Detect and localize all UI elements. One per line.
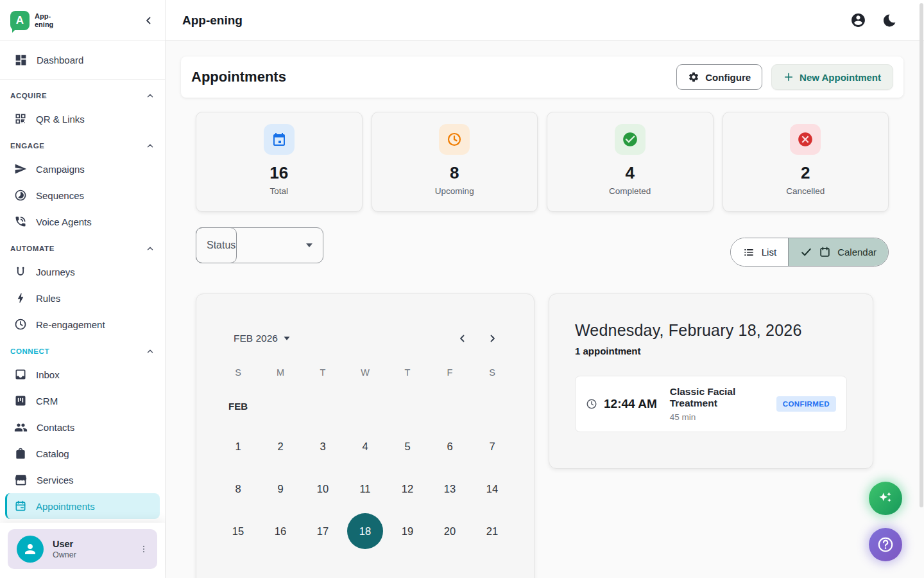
day-cell[interactable]: 7: [471, 425, 513, 468]
day-cell[interactable]: 4: [344, 425, 386, 468]
day-cell[interactable]: 10: [302, 468, 344, 510]
sidebar-item-voice-agents[interactable]: Voice Agents: [5, 209, 160, 234]
brand-logo-icon: A: [10, 11, 30, 30]
section-title: AUTOMATE: [10, 245, 55, 252]
day-cell-selected[interactable]: 18: [344, 510, 386, 552]
month-selector[interactable]: FEB 2026: [234, 333, 290, 344]
day-cell[interactable]: 17: [302, 510, 344, 552]
inner-wrap: 16 Total 8 Upcoming 4 Completed: [181, 112, 903, 578]
empty-cell: [386, 387, 429, 425]
appointment-service: Classic Facial Treatment: [670, 386, 770, 409]
sidebar-item-crm[interactable]: CRM: [5, 388, 160, 414]
ai-assistant-button[interactable]: [869, 482, 902, 515]
dark-mode-moon-icon[interactable]: [882, 13, 897, 28]
sidebar-item-rules[interactable]: Rules: [5, 285, 160, 311]
status-filter-select[interactable]: Status: [196, 227, 323, 263]
sidebar-item-services[interactable]: Services: [5, 467, 160, 493]
empty-cell: [302, 387, 344, 425]
empty-cell: [259, 387, 302, 425]
brand-logo-letter: A: [16, 14, 24, 27]
view-toggle: List Calendar: [730, 238, 889, 267]
day-cell[interactable]: 3: [302, 425, 344, 468]
clock-icon: [447, 132, 462, 147]
user-meta: User Owner: [53, 539, 128, 559]
sidebar-item-contacts[interactable]: Contacts: [5, 414, 160, 440]
scrollbar-thumb[interactable]: [920, 3, 923, 507]
sidebar-item-inbox[interactable]: Inbox: [5, 362, 160, 387]
prev-month-icon[interactable]: [457, 333, 468, 344]
section-header-automate[interactable]: AUTOMATE: [0, 235, 165, 258]
section-header-connect[interactable]: CONNECT: [0, 338, 165, 361]
help-button[interactable]: [869, 528, 902, 561]
day-cell[interactable]: 14: [471, 468, 513, 510]
plus-icon: [783, 72, 794, 82]
day-cell[interactable]: 12: [386, 468, 429, 510]
day-cell[interactable]: 5: [386, 425, 429, 468]
content: Appointments Configure New Appointment: [166, 41, 924, 578]
page-title: Appointments: [191, 69, 286, 85]
chevron-up-icon: [146, 244, 155, 253]
stats-row: 16 Total 8 Upcoming 4 Completed: [196, 112, 889, 212]
day-cell[interactable]: 21: [471, 510, 513, 552]
next-month-icon[interactable]: [486, 333, 498, 344]
day-cell[interactable]: 8: [217, 468, 259, 510]
day-cell[interactable]: 20: [429, 510, 471, 552]
stat-value: 8: [450, 163, 459, 183]
phone-in-talk-icon: [14, 215, 27, 228]
sidebar-item-sequences[interactable]: Sequences: [5, 182, 160, 208]
appointment-info: Classic Facial Treatment 45 min: [670, 386, 770, 422]
brand-name: App- ening: [35, 12, 53, 28]
sidebar-item-dashboard[interactable]: Dashboard: [5, 47, 160, 73]
weekday-header: T: [302, 358, 344, 387]
sidebar-item-appointments[interactable]: Appointments: [5, 493, 160, 519]
toggle-calendar-button[interactable]: Calendar: [789, 238, 888, 266]
day-cell[interactable]: 13: [429, 468, 471, 510]
day-cell[interactable]: 19: [386, 510, 429, 552]
user-role: Owner: [53, 550, 128, 559]
main-columns: FEB 2026 S: [196, 293, 889, 578]
user-menu-kebab-icon[interactable]: [137, 541, 151, 557]
day-detail-card: Wednesday, February 18, 2026 1 appointme…: [549, 293, 873, 469]
section-header-acquire[interactable]: ACQUIRE: [0, 82, 165, 105]
account-circle-icon[interactable]: [850, 12, 866, 28]
toggle-list-label: List: [762, 247, 776, 258]
stat-value: 16: [270, 163, 288, 183]
new-appointment-button[interactable]: New Appointment: [771, 64, 893, 90]
day-cell[interactable]: 6: [429, 425, 471, 468]
sidebar-item-journeys[interactable]: Journeys: [5, 259, 160, 285]
configure-button[interactable]: Configure: [676, 64, 762, 90]
x-circle-icon: [797, 131, 814, 148]
sidebar-item-label: Catalog: [36, 448, 69, 459]
sidebar-collapse-icon[interactable]: [143, 15, 155, 26]
day-cell[interactable]: 16: [259, 510, 302, 552]
section-header-engage[interactable]: ENGAGE: [0, 132, 165, 155]
stat-label: Cancelled: [786, 186, 825, 196]
send-icon: [14, 162, 27, 175]
day-cell[interactable]: 1: [217, 425, 259, 468]
dashboard-icon: [14, 53, 28, 67]
sidebar-header: A App- ening: [0, 0, 165, 41]
timelapse-icon: [14, 189, 27, 202]
gear-icon: [688, 71, 699, 83]
day-cell[interactable]: 11: [344, 468, 386, 510]
weekday-header: S: [217, 358, 259, 387]
stat-tile: [439, 124, 470, 155]
app-title: App-ening: [182, 13, 243, 28]
day-cell[interactable]: 9: [259, 468, 302, 510]
day-cell[interactable]: 15: [217, 510, 259, 552]
chevron-up-icon: [146, 91, 155, 100]
day-cell[interactable]: 2: [259, 425, 302, 468]
sidebar-item-re-engagement[interactable]: Re-engagement: [5, 311, 160, 337]
main-area: App-ening Appointments Configure: [166, 0, 924, 578]
calendar-icon: [819, 246, 831, 258]
appointment-row[interactable]: 12:44 AM Classic Facial Treatment 45 min…: [575, 376, 847, 432]
toggle-list-button[interactable]: List: [731, 238, 789, 266]
stat-tile: [790, 124, 821, 155]
sidebar-item-campaigns[interactable]: Campaigns: [5, 156, 160, 182]
sidebar-item-qr-links[interactable]: QR & Links: [5, 106, 160, 132]
sidebar-item-catalog[interactable]: Catalog: [5, 441, 160, 466]
sidebar-item-label: Dashboard: [37, 55, 83, 66]
chevron-down-icon: [284, 337, 289, 340]
shopping-bag-icon: [14, 447, 27, 460]
user-card[interactable]: User Owner: [8, 529, 157, 569]
